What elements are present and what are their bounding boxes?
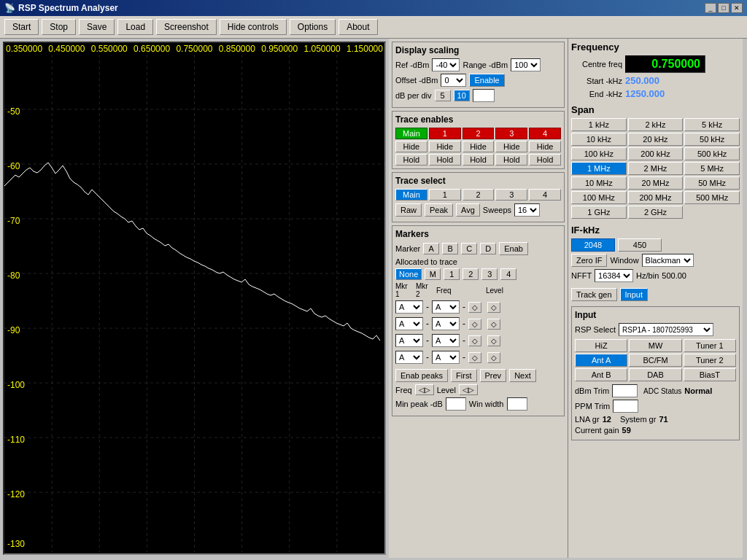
alloc-3-btn[interactable]: 3 — [481, 268, 498, 280]
level-arrow-3[interactable]: ◇ — [487, 352, 500, 363]
span-500khz[interactable]: 500 kHz — [684, 147, 740, 160]
mkr2-sel-1[interactable]: A — [432, 317, 460, 330]
marker-a-btn[interactable]: A — [423, 243, 439, 254]
db5-button[interactable]: 5 — [435, 90, 451, 101]
trace-sel-main-btn[interactable]: Main — [395, 189, 427, 201]
mkr1-sel-2[interactable]: A — [395, 334, 423, 347]
hold-1-btn[interactable]: Hold — [429, 154, 461, 166]
span-50khz[interactable]: 50 kHz — [684, 133, 740, 146]
ref-select[interactable]: -40-50-60 — [432, 58, 460, 71]
span-200mhz[interactable]: 200 MHz — [628, 191, 684, 204]
alloc-none-btn[interactable]: None — [395, 268, 422, 280]
centre-freq-box[interactable]: 0.750000 — [625, 55, 705, 73]
mw-btn[interactable]: MW — [629, 339, 681, 352]
mkr1-sel-3[interactable]: A — [395, 351, 423, 364]
level-arrow-2[interactable]: ◇ — [487, 335, 500, 346]
hiz-btn[interactable]: HiZ — [575, 339, 627, 352]
span-1khz[interactable]: 1 kHz — [571, 118, 627, 131]
mkr2-sel-0[interactable]: A — [432, 300, 460, 314]
span-2ghz[interactable]: 2 GHz — [628, 206, 684, 219]
span-2mhz[interactable]: 2 MHz — [628, 162, 684, 175]
nfft-select[interactable]: 1638481924096 — [595, 269, 633, 282]
track-gen-button[interactable]: Track gen — [571, 288, 617, 301]
span-20mhz[interactable]: 20 MHz — [628, 176, 684, 190]
span-10mhz[interactable]: 10 MHz — [571, 176, 627, 190]
raw-button[interactable]: Raw — [395, 203, 422, 217]
span-10khz[interactable]: 10 kHz — [571, 133, 627, 146]
db10-button[interactable]: 10 — [454, 90, 470, 101]
span-5khz[interactable]: 5 kHz — [684, 118, 740, 131]
hide-4-btn[interactable]: Hide — [529, 141, 561, 152]
trace-sel-1-btn[interactable]: 1 — [429, 189, 461, 201]
hold-4-btn[interactable]: Hold — [529, 154, 561, 166]
enab-button[interactable]: Enab — [499, 242, 528, 255]
zero-if-btn[interactable]: Zero IF — [571, 254, 607, 267]
offset-select[interactable]: 010 — [441, 74, 466, 87]
stop-button[interactable]: Stop — [42, 19, 76, 35]
span-2khz[interactable]: 2 kHz — [628, 118, 684, 131]
span-50mhz[interactable]: 50 MHz — [684, 176, 740, 190]
trace-2-btn[interactable]: 2 — [462, 128, 495, 139]
range-select[interactable]: 1008060 — [511, 58, 541, 71]
span-100mhz[interactable]: 100 MHz — [571, 191, 627, 204]
hold-main-btn[interactable]: Hold — [395, 154, 427, 166]
trace-3-btn[interactable]: 3 — [495, 128, 527, 139]
peak-button[interactable]: Peak — [425, 203, 453, 217]
next-button[interactable]: Next — [509, 369, 536, 382]
marker-c-btn[interactable]: C — [461, 243, 477, 254]
mkr1-sel-0[interactable]: A — [395, 300, 423, 314]
alloc-2-btn[interactable]: 2 — [462, 268, 479, 280]
enable-button[interactable]: Enable — [469, 74, 504, 87]
level-arrow-1[interactable]: ◇ — [487, 319, 500, 330]
enab-peaks-button[interactable]: Enab peaks — [395, 369, 448, 382]
hide-1-btn[interactable]: Hide — [429, 141, 461, 152]
trace-sel-2-btn[interactable]: 2 — [462, 189, 495, 201]
save-button[interactable]: Save — [79, 19, 115, 35]
level2-arrow[interactable]: ◁▷ — [459, 384, 478, 395]
freq2-arrow[interactable]: ◁▷ — [415, 384, 434, 395]
sweeps-select[interactable]: 16832 — [514, 203, 540, 217]
level-arrow-0[interactable]: ◇ — [487, 302, 500, 313]
first-button[interactable]: First — [451, 369, 476, 382]
input-button[interactable]: Input — [620, 288, 648, 301]
about-button[interactable]: About — [338, 19, 377, 35]
antb-btn[interactable]: Ant B — [575, 368, 627, 381]
hide-controls-button[interactable]: Hide controls — [220, 19, 287, 35]
start-button[interactable]: Start — [4, 19, 39, 35]
span-1ghz[interactable]: 1 GHz — [571, 206, 627, 219]
trace-sel-3-btn[interactable]: 3 — [495, 189, 527, 201]
trace-sel-4-btn[interactable]: 4 — [529, 189, 561, 201]
hold-2-btn[interactable]: Hold — [462, 154, 495, 166]
span-500mhz[interactable]: 500 MHz — [684, 191, 740, 204]
trace-1-btn[interactable]: 1 — [429, 128, 461, 139]
marker-b-btn[interactable]: B — [442, 243, 458, 254]
avg-button[interactable]: Avg — [456, 203, 480, 217]
hide-2-btn[interactable]: Hide — [462, 141, 495, 152]
win-width-input[interactable]: 10 — [507, 397, 527, 411]
tuner1-btn[interactable]: Tuner 1 — [684, 339, 736, 352]
minimize-button[interactable]: _ — [705, 3, 716, 13]
anta-btn[interactable]: Ant A — [575, 354, 627, 367]
mkr1-sel-1[interactable]: A — [395, 317, 423, 330]
window-select[interactable]: BlackmanHanningHammingNone — [642, 254, 694, 267]
hide-3-btn[interactable]: Hide — [495, 141, 527, 152]
if-2048-btn[interactable]: 2048 — [571, 238, 615, 252]
span-5mhz[interactable]: 5 MHz — [684, 162, 740, 175]
alloc-4-btn[interactable]: 4 — [500, 268, 516, 280]
dab-btn[interactable]: DAB — [629, 368, 681, 381]
load-button[interactable]: Load — [117, 19, 153, 35]
screenshot-button[interactable]: Screenshot — [156, 19, 217, 35]
alloc-m-btn[interactable]: M — [425, 268, 441, 280]
maximize-button[interactable]: □ — [718, 3, 729, 13]
freq-arrow-1[interactable]: ◇ — [468, 319, 481, 330]
freq-arrow-2[interactable]: ◇ — [468, 335, 481, 346]
biast-btn[interactable]: BiasT — [684, 368, 736, 381]
min-peak-input[interactable]: 10 — [446, 397, 466, 411]
marker-d-btn[interactable]: D — [480, 243, 496, 254]
mkr2-sel-2[interactable]: A — [432, 334, 460, 347]
prev-button[interactable]: Prev — [480, 369, 507, 382]
freq-arrow-0[interactable]: ◇ — [468, 302, 481, 313]
hold-3-btn[interactable]: Hold — [495, 154, 527, 166]
hide-main-btn[interactable]: Hide — [395, 141, 427, 152]
if-450-btn[interactable]: 450 — [618, 238, 662, 252]
